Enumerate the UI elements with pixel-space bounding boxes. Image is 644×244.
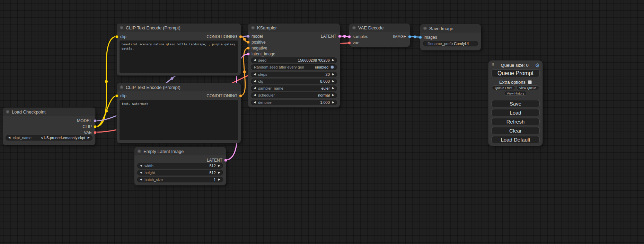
collapse-dot-icon[interactable]: [138, 150, 141, 153]
node-title: Empty Latent Image: [143, 149, 184, 154]
output-port-conditioning[interactable]: [239, 35, 242, 38]
decrement-arrow-icon[interactable]: ◀: [251, 80, 258, 83]
node-vae-decode-titlebar[interactable]: VAE Decode: [349, 24, 410, 32]
slot-row: CLIP: [6, 124, 92, 129]
widget-label: denoise: [258, 100, 272, 105]
collapse-dot-icon[interactable]: [423, 27, 427, 30]
decrement-arrow-icon[interactable]: ◀: [138, 178, 144, 181]
widget-batch-size[interactable]: ◀ batch_size 1 ▶: [137, 177, 223, 182]
widget-sampler-name[interactable]: ◀ sampler_name euler ▶: [251, 85, 337, 91]
widget-value: 20: [326, 72, 330, 76]
positive-prompt-textarea[interactable]: beautiful scenery nature glass bottle la…: [120, 40, 238, 73]
increment-arrow-icon[interactable]: ▶: [216, 164, 223, 167]
decrement-arrow-icon[interactable]: ◀: [6, 136, 13, 139]
load-button[interactable]: Load: [491, 109, 540, 116]
widget-value: euler: [321, 86, 329, 90]
node-clip-text-encode-positive[interactable]: CLIP Text Encode (Prompt) clip CONDITION…: [117, 24, 241, 75]
wire-positive-conditioning-midpoint-dot: [243, 38, 246, 41]
node-graph-canvas[interactable]: Load Checkpoint MODEL CLIP VAE ◀ ckpt_na…: [0, 0, 644, 244]
widget-seed[interactable]: ◀ seed 156680208700286 ▶: [251, 57, 337, 63]
slot-row: latent_image: [252, 51, 336, 57]
widget-value: 156680208700286: [298, 58, 330, 62]
node-clip-text-encode-negative[interactable]: CLIP Text Encode (Prompt) clip CONDITION…: [117, 83, 241, 143]
decrement-arrow-icon[interactable]: ◀: [251, 94, 258, 97]
increment-arrow-icon[interactable]: ▶: [85, 136, 92, 139]
collapse-dot-icon[interactable]: [120, 26, 123, 29]
input-port-clip[interactable]: [115, 94, 118, 97]
widget-ckpt-name[interactable]: ◀ ckpt_name v1-5-pruned-emaonly.ckpt ▶: [6, 135, 92, 141]
decrement-arrow-icon[interactable]: ◀: [251, 59, 258, 62]
widget-label: steps: [258, 72, 267, 76]
increment-arrow-icon[interactable]: ▶: [330, 94, 337, 97]
wire-image-to-save-midpoint-dot: [414, 36, 416, 38]
increment-arrow-icon[interactable]: ▶: [216, 171, 223, 174]
node-load-checkpoint-titlebar[interactable]: Load Checkpoint: [3, 108, 95, 116]
input-port-vae[interactable]: [348, 41, 351, 44]
node-clip-encode-negative-titlebar[interactable]: CLIP Text Encode (Prompt): [117, 83, 241, 91]
output-port-latent[interactable]: [224, 159, 227, 162]
extra-options-checkbox[interactable]: [528, 80, 532, 84]
node-ksampler[interactable]: KSampler model LATENT positive negative …: [248, 24, 340, 107]
decrement-arrow-icon[interactable]: ◀: [251, 101, 258, 104]
output-port-model[interactable]: [94, 119, 97, 122]
input-port-images[interactable]: [419, 36, 422, 39]
node-save-image-titlebar[interactable]: Save Image: [420, 24, 481, 33]
extra-options-row: Extra options: [488, 80, 542, 85]
view-history-button[interactable]: View History: [504, 91, 527, 96]
toggle-enabled-dot[interactable]: [330, 65, 334, 69]
input-port-samples[interactable]: [348, 35, 351, 38]
wire-negative-conditioning-midpoint-dot: [243, 71, 246, 73]
increment-arrow-icon[interactable]: ▶: [330, 73, 337, 76]
widget-width[interactable]: ◀ width 512 ▶: [137, 163, 223, 169]
clear-button[interactable]: Clear: [491, 127, 540, 134]
refresh-button[interactable]: Refresh: [491, 118, 540, 125]
node-ksampler-titlebar[interactable]: KSampler: [248, 24, 340, 32]
output-port-conditioning[interactable]: [239, 94, 242, 97]
widget-label: seed: [258, 58, 266, 62]
decrement-arrow-icon[interactable]: ◀: [138, 164, 144, 167]
output-port-vae[interactable]: [94, 131, 97, 134]
collapse-dot-icon[interactable]: [6, 110, 9, 114]
queue-front-button[interactable]: Queue Front: [492, 85, 515, 90]
collapse-dot-icon[interactable]: [352, 26, 356, 29]
widget-denoise[interactable]: ◀ denoise 1.000 ▶: [251, 100, 337, 105]
input-port-latent-image[interactable]: [247, 52, 250, 55]
widget-random-seed-toggle[interactable]: Random seed after every gen enabled: [251, 64, 337, 70]
settings-gear-icon[interactable]: ⚙: [535, 63, 540, 68]
widget-filename-prefix[interactable]: filename_prefix ComfyUI: [423, 41, 478, 46]
increment-arrow-icon[interactable]: ▶: [330, 87, 337, 90]
node-save-image[interactable]: Save Image images filename_prefix ComfyU…: [420, 24, 481, 50]
increment-arrow-icon[interactable]: ▶: [330, 59, 337, 62]
decrement-arrow-icon[interactable]: ◀: [138, 171, 144, 174]
input-port-clip[interactable]: [115, 35, 118, 38]
node-title: VAE Decode: [358, 25, 383, 30]
output-port-image[interactable]: [408, 35, 411, 38]
load-default-button[interactable]: Load Default: [491, 136, 540, 143]
increment-arrow-icon[interactable]: ▶: [330, 101, 337, 104]
decrement-arrow-icon[interactable]: ◀: [251, 73, 258, 76]
decrement-arrow-icon[interactable]: ◀: [251, 87, 258, 90]
collapse-dot-icon[interactable]: [120, 85, 123, 89]
collapse-dot-icon[interactable]: [251, 26, 255, 29]
widget-scheduler[interactable]: ◀ scheduler normal ▶: [251, 92, 337, 98]
save-button[interactable]: Save: [491, 100, 540, 107]
queue-prompt-button[interactable]: Queue Prompt: [491, 69, 540, 77]
input-port-negative[interactable]: [247, 46, 250, 49]
output-port-clip[interactable]: [94, 125, 97, 128]
widget-height[interactable]: ◀ height 512 ▶: [137, 170, 223, 175]
widget-steps[interactable]: ◀ steps 20 ▶: [251, 72, 337, 77]
input-port-positive[interactable]: [247, 40, 250, 44]
node-vae-decode[interactable]: VAE Decode samples IMAGE vae: [349, 24, 410, 47]
node-clip-encode-positive-titlebar[interactable]: CLIP Text Encode (Prompt): [117, 24, 241, 32]
increment-arrow-icon[interactable]: ▶: [216, 178, 223, 181]
input-port-model[interactable]: [247, 35, 250, 38]
node-load-checkpoint[interactable]: Load Checkpoint MODEL CLIP VAE ◀ ckpt_na…: [3, 108, 95, 145]
node-empty-latent-titlebar[interactable]: Empty Latent Image: [134, 147, 226, 155]
negative-prompt-textarea[interactable]: text, watermark: [120, 100, 238, 140]
increment-arrow-icon[interactable]: ▶: [330, 80, 337, 83]
widget-cfg[interactable]: ◀ cfg 8.000 ▶: [251, 79, 337, 84]
node-empty-latent-image[interactable]: Empty Latent Image LATENT ◀ width 512 ▶ …: [134, 147, 226, 185]
output-port-latent[interactable]: [338, 35, 341, 38]
drag-handle-icon[interactable]: ⠿: [491, 63, 494, 67]
view-queue-button[interactable]: View Queue: [517, 85, 539, 90]
